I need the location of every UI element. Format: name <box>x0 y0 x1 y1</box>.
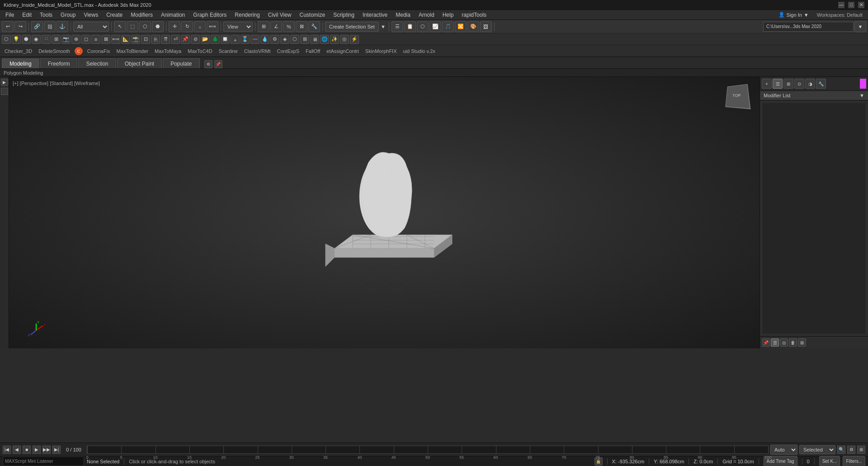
plugin-checker3d[interactable]: Checker_3D <box>3 48 34 54</box>
undo-button[interactable]: ↩ <box>2 21 14 32</box>
link-button[interactable]: 🔗 <box>31 21 43 32</box>
env-btn[interactable]: 🌐 <box>320 35 329 44</box>
camera-btn[interactable]: 📷 <box>61 35 71 44</box>
tab-freeform[interactable]: Freeform <box>40 58 78 68</box>
menu-arnold[interactable]: Arnold <box>415 11 438 19</box>
select-region-button[interactable]: ⬚ <box>127 21 138 32</box>
retopo-btn[interactable]: ⬡ <box>290 35 299 44</box>
clone-btn[interactable]: ⎘ <box>151 35 160 44</box>
modifier-list-btn[interactable]: ≡ <box>91 35 100 44</box>
hair-btn[interactable]: 〰 <box>250 35 259 44</box>
menu-create[interactable]: Create <box>103 11 126 19</box>
menu-animation[interactable]: Animation <box>157 11 189 19</box>
geometry-btn[interactable]: ⬢ <box>22 35 31 44</box>
plugin-maxtomaya[interactable]: MaxToMaya <box>153 48 183 54</box>
modifier-list-area[interactable] <box>762 102 866 334</box>
target-btn[interactable]: ⊕ <box>71 35 80 44</box>
modifier-list-arrow[interactable]: ▼ <box>859 93 864 98</box>
plugin-uid-studio[interactable]: uid Studio v.2x <box>401 48 437 54</box>
normal-align-btn[interactable]: ⏎ <box>171 35 180 44</box>
deform-btn[interactable]: ⟁ <box>231 35 240 44</box>
filters-button[interactable]: Filters... <box>843 456 865 466</box>
render-frame[interactable]: 🖼 <box>480 21 492 32</box>
auto-dropdown[interactable]: Auto <box>770 445 797 455</box>
menu-group[interactable]: Group <box>57 11 79 19</box>
menu-rapidtools[interactable]: rapidTools <box>458 11 490 19</box>
snapshot-btn[interactable]: 📸 <box>131 35 140 44</box>
place-btn[interactable]: 📌 <box>181 35 190 44</box>
layer-mgr-btn[interactable]: 📂 <box>201 35 210 44</box>
space-btn[interactable]: ◻ <box>81 35 90 44</box>
bind-button[interactable]: ⚓ <box>57 21 68 32</box>
menu-civil-view[interactable]: Civil View <box>264 11 295 19</box>
render-btn[interactable]: 🖥 <box>310 35 319 44</box>
plugin-maxtoblender[interactable]: MaxToBlender <box>115 48 150 54</box>
effect-btn[interactable]: ✨ <box>330 35 339 44</box>
menu-interactive[interactable]: Interactive <box>359 11 391 19</box>
fluids-btn[interactable]: 💧 <box>260 35 269 44</box>
light-button[interactable]: 💡 <box>12 35 21 44</box>
mcloth-btn[interactable]: ◈ <box>280 35 289 44</box>
menu-help[interactable]: Help <box>439 11 458 19</box>
scene-explorer[interactable]: 📋 <box>404 21 416 32</box>
tab-modeling[interactable]: Modeling <box>2 58 39 68</box>
dynamics-btn[interactable]: ⚙ <box>270 35 279 44</box>
plugin-etassign[interactable]: etAssignContri <box>325 48 361 54</box>
set-key-button[interactable]: Set K... <box>819 456 840 466</box>
rp-motion-button[interactable]: ⊙ <box>794 79 804 89</box>
mirror-xf-btn[interactable]: ⟺ <box>111 35 120 44</box>
helper-button[interactable]: ⬡ <box>2 35 11 44</box>
curve-editor[interactable]: 📈 <box>429 21 441 32</box>
timeline-settings-button[interactable]: ⊞ <box>857 446 865 454</box>
menu-modifiers[interactable]: Modifiers <box>127 11 156 19</box>
viewport-dropdown[interactable]: View Screen Local <box>223 22 253 32</box>
rp-list-view-button[interactable]: ☰ <box>771 338 779 347</box>
nav-cube[interactable]: TOP <box>725 84 752 111</box>
schematic-view[interactable]: 🔀 <box>455 21 467 32</box>
timeline-stop-button[interactable]: ■ <box>23 446 31 454</box>
select-button[interactable]: ↖ <box>114 21 126 32</box>
plugin-deletesmooth[interactable]: DeleteSmooth <box>37 48 72 54</box>
tab-pin-button[interactable]: 📌 <box>214 60 222 68</box>
align-btn[interactable]: ⇈ <box>161 35 170 44</box>
angle-snap[interactable]: ∠ <box>270 21 282 32</box>
timeline-next-button[interactable]: ▶| <box>52 446 61 454</box>
minimize-button[interactable]: — <box>838 2 844 8</box>
maximize-button[interactable]: □ <box>848 2 854 8</box>
menu-media[interactable]: Media <box>392 11 414 19</box>
plugin-contexps[interactable]: ContExpS <box>275 48 302 54</box>
move-button[interactable]: ✛ <box>169 21 180 32</box>
menu-views[interactable]: Views <box>80 11 102 19</box>
unlink-button[interactable]: ⛓ <box>44 21 56 32</box>
create-sel-dropdown-arrow[interactable]: ▼ <box>380 24 387 29</box>
timeline-config-button[interactable]: ⚙ <box>847 446 855 454</box>
tree-btn[interactable]: 🌲 <box>211 35 220 44</box>
timeline-back-button[interactable]: ◀ <box>13 446 21 454</box>
rp-pin-button[interactable]: 📌 <box>762 338 770 347</box>
object-btn[interactable]: ◉ <box>32 35 41 44</box>
system-btn[interactable]: ⊞ <box>52 35 61 44</box>
adaptive-degrade[interactable]: 🔧 <box>308 21 320 32</box>
select-lasso-button[interactable]: ⬡ <box>139 21 151 32</box>
menu-customize[interactable]: Customize <box>296 11 329 19</box>
array-btn[interactable]: ⊠ <box>101 35 110 44</box>
material-editor[interactable]: ⬡ <box>417 21 429 32</box>
xref-btn[interactable]: ⊞ <box>300 35 309 44</box>
advanced-btn[interactable]: ⚡ <box>350 35 359 44</box>
dope-sheet[interactable]: 🎵 <box>442 21 454 32</box>
rp-channel-button[interactable]: ◎ <box>780 338 788 347</box>
timeline-prev-button[interactable]: |◀ <box>3 446 11 454</box>
path-browse-button[interactable]: ▼ <box>854 21 866 32</box>
rp-display-button[interactable]: ◑ <box>805 79 815 89</box>
create-selection-set-button[interactable]: Create Selection Set <box>325 22 379 32</box>
color-clipboard[interactable]: 🎨 <box>467 21 479 32</box>
menu-graph-editors[interactable]: Graph Editors <box>189 11 230 19</box>
rotate-button[interactable]: ↻ <box>181 21 193 32</box>
close-button[interactable]: ✕ <box>858 2 864 8</box>
spinner-snap[interactable]: ⊠ <box>296 21 307 32</box>
selected-dropdown[interactable]: Selected <box>799 445 835 454</box>
tab-settings-button[interactable]: ⚙ <box>204 60 212 68</box>
plugin-skinmorphfix[interactable]: SkinMorphFIX <box>363 48 399 54</box>
snap-toggle[interactable]: ⊞ <box>258 21 269 32</box>
zoom-timeline-button[interactable]: 🔍 <box>837 446 845 454</box>
